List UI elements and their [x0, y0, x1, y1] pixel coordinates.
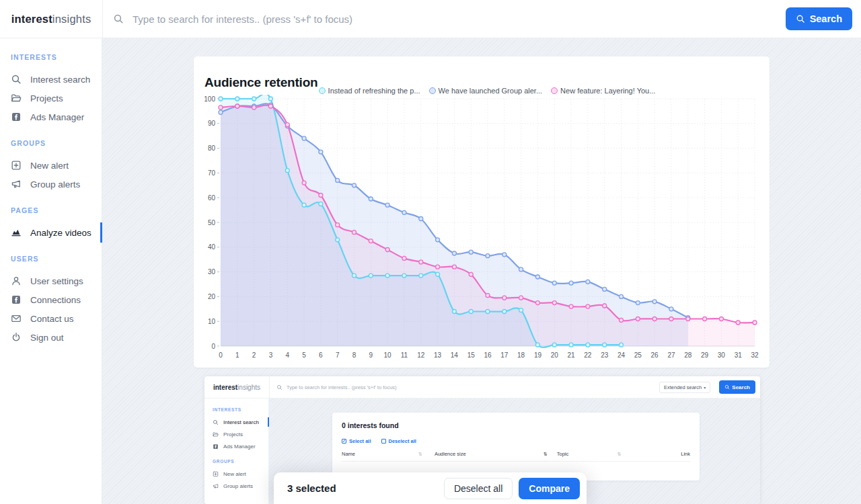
svg-text:17: 17 [500, 351, 509, 359]
svg-text:20: 20 [551, 351, 559, 359]
preview-select-all-label: Select all [349, 438, 371, 444]
svg-text:22: 22 [584, 351, 592, 359]
search-button[interactable]: Search [786, 7, 852, 30]
search-input[interactable] [131, 13, 786, 26]
sidebar-item-analyze-videos[interactable]: Analyze videos [0, 223, 102, 242]
sidebar-item-label: Connections [30, 295, 81, 305]
sidebar-item-projects[interactable]: Projects [0, 89, 102, 108]
preview-extended-search-label: Extended search [664, 384, 702, 390]
preview-column-link: Link [681, 451, 690, 457]
preview-item-new-alert: New alert [204, 468, 268, 480]
sidebar-item-label: Ads Manager [30, 112, 84, 122]
preview-item-ads-manager: Ads Manager [204, 440, 268, 452]
sidebar-section-interests: INTERESTS Interest search Projects Ads M… [0, 53, 102, 126]
legend-item[interactable]: We have launched Group aler... [429, 87, 543, 95]
sidebar-item-label: New alert [30, 161, 69, 171]
sidebar-item-user-settings[interactable]: User settings [0, 271, 102, 290]
sidebar-item-contact-us[interactable]: Contact us [0, 309, 102, 328]
svg-text:28: 28 [684, 351, 692, 359]
svg-text:14: 14 [451, 351, 459, 359]
chevron-down-icon: ▾ [704, 385, 706, 390]
svg-text:15: 15 [467, 351, 476, 359]
svg-text:8: 8 [352, 351, 357, 359]
svg-text:70: 70 [208, 169, 216, 177]
audience-retention-card: Audience retention Instead of refreshing… [194, 56, 770, 368]
search-icon [796, 14, 805, 24]
sidebar-item-new-alert[interactable]: New alert [0, 156, 102, 175]
search-button-label: Search [810, 13, 842, 24]
sidebar: INTERESTS Interest search Projects Ads M… [0, 38, 102, 504]
svg-text:2: 2 [252, 351, 256, 359]
preview-item-label: New alert [223, 471, 246, 477]
sidebar-section-pages: PAGES Analyze videos [0, 206, 102, 242]
area-chart-icon [11, 227, 22, 238]
svg-text:10: 10 [208, 318, 216, 325]
legend-label: Instead of refreshing the p... [328, 87, 420, 95]
facebook-icon [11, 294, 22, 305]
sidebar-item-label: Group alerts [30, 179, 80, 190]
facebook-icon [213, 444, 219, 450]
compare-button[interactable]: Compare [519, 478, 580, 499]
sort-icon: ⇅ [544, 452, 548, 457]
svg-text:0: 0 [219, 351, 223, 359]
megaphone-icon [213, 483, 219, 489]
sidebar-item-label: Sign out [30, 333, 64, 343]
preview-brand-light: insights [237, 384, 260, 391]
plus-square-icon [213, 471, 219, 477]
preview-section-title: GROUPS [204, 459, 268, 464]
sidebar-item-ads-manager[interactable]: Ads Manager [0, 108, 102, 126]
preview-column-audience-size: Audience size [435, 451, 541, 457]
sidebar-item-label: Interest search [30, 75, 90, 85]
legend-item[interactable]: New feature: Layering! You... [551, 87, 655, 95]
preview-deselect-all-label: Deselect all [389, 438, 416, 444]
brand-light: insights [52, 13, 91, 26]
svg-text:32: 32 [751, 351, 759, 359]
legend-dot-icon [319, 87, 326, 94]
brand-logo[interactable]: interestinsights [0, 0, 103, 38]
legend-item[interactable]: Instead of refreshing the p... [319, 87, 420, 95]
user-icon [11, 276, 22, 286]
preview-column-name: Name [342, 451, 416, 457]
svg-text:7: 7 [336, 351, 340, 359]
sidebar-item-label: Projects [30, 93, 63, 103]
legend-dot-icon [429, 87, 436, 94]
svg-text:29: 29 [701, 351, 709, 359]
section-title: GROUPS [0, 139, 102, 147]
preview-results-panel: 0 interests found Select all Deselect al… [332, 413, 700, 480]
sidebar-item-label: Contact us [30, 314, 74, 324]
svg-text:12: 12 [417, 351, 425, 359]
sidebar-item-connections[interactable]: Connections [0, 290, 102, 309]
preview-item-label: Interest search [223, 419, 259, 425]
legend-label: We have launched Group aler... [439, 87, 543, 95]
svg-text:19: 19 [534, 351, 542, 359]
svg-text:21: 21 [568, 351, 576, 359]
preview-item-group-alerts: Group alerts [204, 480, 268, 492]
preview-search-button-label: Search [732, 384, 750, 390]
section-title: USERS [0, 255, 102, 263]
svg-text:13: 13 [434, 351, 442, 359]
power-icon [11, 332, 22, 343]
facebook-icon [11, 112, 22, 122]
sidebar-item-sign-out[interactable]: Sign out [0, 328, 102, 347]
svg-text:30: 30 [718, 351, 726, 359]
sidebar-item-interest-search[interactable]: Interest search [0, 70, 102, 89]
sidebar-item-label: Analyze videos [30, 228, 91, 238]
svg-text:40: 40 [208, 243, 216, 251]
mail-icon [11, 313, 22, 324]
preview-item-projects: Projects [204, 428, 268, 440]
svg-text:9: 9 [369, 351, 373, 359]
sidebar-item-group-alerts[interactable]: Group alerts [0, 175, 102, 194]
search-icon [113, 13, 124, 24]
chart-legend: Instead of refreshing the p...We have la… [210, 87, 764, 95]
preview-search: Type to search for interests.. (press 's… [269, 376, 760, 398]
preview-search-placeholder: Type to search for interests.. (press 's… [287, 384, 655, 390]
svg-text:18: 18 [517, 351, 525, 359]
section-title: INTERESTS [0, 53, 102, 61]
preview-table-header: Name ⇅ Audience size ⇅ Topic ⇅ Link [342, 451, 690, 462]
folder-icon [11, 93, 22, 103]
svg-text:50: 50 [208, 219, 216, 226]
preview-column-topic: Topic [557, 451, 615, 457]
preview-item-label: Projects [223, 431, 243, 437]
preview-sidebar: INTERESTS Interest search Projects Ads M… [204, 398, 269, 504]
deselect-all-button[interactable]: Deselect all [444, 478, 513, 499]
